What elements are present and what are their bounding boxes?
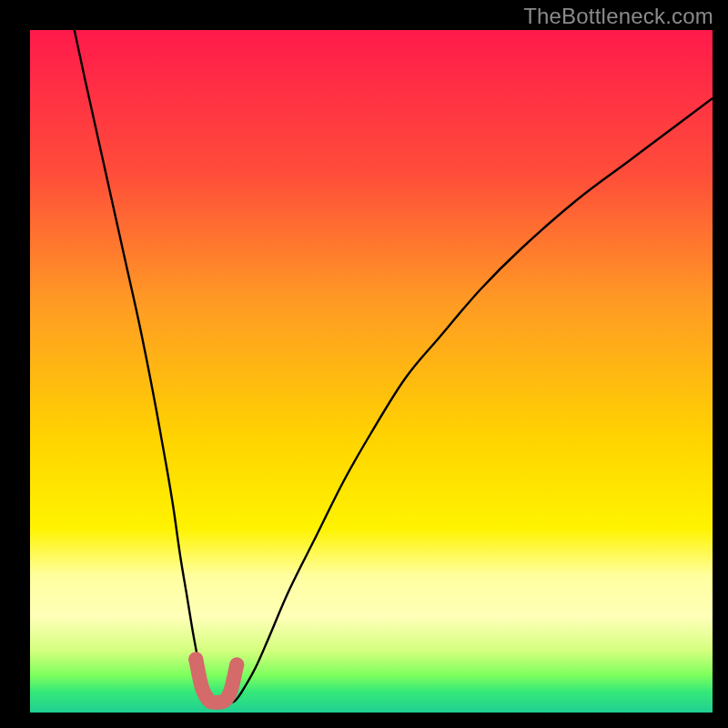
chart-svg xyxy=(30,30,713,713)
plot-area xyxy=(30,30,713,713)
chart-frame: TheBottleneck.com xyxy=(0,0,728,728)
gradient-background xyxy=(30,30,713,713)
highlight-endpoint xyxy=(229,658,244,672)
highlight-endpoint xyxy=(188,652,203,667)
watermark-text: TheBottleneck.com xyxy=(523,4,713,29)
